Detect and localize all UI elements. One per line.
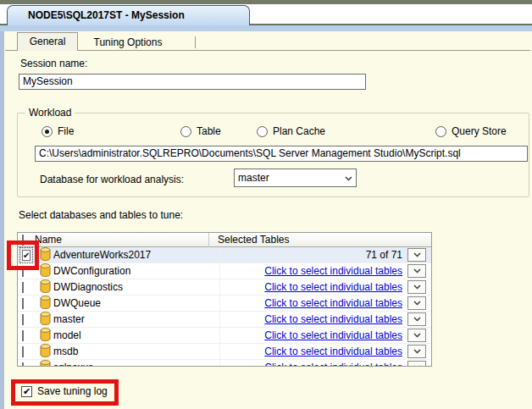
chevron-down-icon [413, 285, 421, 290]
row-dropdown-button[interactable] [407, 280, 426, 294]
selected-tables-value[interactable]: Click to select individual tables [264, 297, 402, 309]
tuning-advisor-window: NODE5\SQL2017ST - MySession General Tuni… [0, 0, 532, 409]
radio-plan-cache[interactable]: Plan Cache [257, 125, 325, 137]
select-databases-label: Select databases and tables to tune: [19, 209, 183, 221]
selected-tables-value[interactable]: Click to select individual tables [264, 313, 402, 325]
session-name-label: Session name: [20, 58, 87, 69]
row-checkbox[interactable] [22, 362, 24, 367]
row-dropdown-button[interactable] [407, 329, 426, 342]
table-row[interactable]: sqlnexus Click to select individual tabl… [18, 360, 431, 367]
radio-query-store-label: Query Store [452, 125, 507, 137]
database-name: master [53, 313, 219, 325]
row-dropdown-button[interactable] [407, 345, 426, 358]
session-name-input[interactable]: MySession [19, 74, 366, 90]
selected-tables-value[interactable]: Click to select individual tables [264, 345, 402, 357]
chevron-down-icon [413, 301, 421, 306]
row-checkbox[interactable] [22, 346, 24, 357]
databases-table-header: Name Selected Tables [18, 233, 431, 247]
row-dropdown-button[interactable] [407, 312, 426, 326]
databases-table: Name Selected Tables ✔ AdventureWorks201… [17, 232, 432, 367]
table-row[interactable]: DWConfiguration Click to select individu… [18, 263, 431, 279]
database-cylinder-icon [35, 360, 53, 368]
workload-file-path-input[interactable]: C:\Users\administrator.SQLREPRO\Document… [35, 146, 528, 162]
save-tuning-log-label: Save tuning log [37, 385, 108, 397]
database-name: model [53, 329, 219, 341]
radio-query-store-circle [435, 126, 446, 137]
row-checkbox[interactable] [22, 266, 24, 277]
db-table-rows: ✔ AdventureWorks2017 71 of 71 DWConfigur… [18, 247, 431, 367]
radio-query-store[interactable]: Query Store [435, 125, 507, 137]
database-for-analysis-combobox[interactable]: master [234, 169, 357, 187]
selected-tables-value[interactable]: Click to select individual tables [264, 281, 402, 293]
database-cylinder-icon [35, 296, 53, 312]
radio-table-label: Table [197, 125, 221, 137]
database-cylinder-icon [35, 344, 53, 360]
radio-table[interactable]: Table [180, 125, 221, 137]
radio-plan-cache-label: Plan Cache [273, 125, 325, 137]
session-tab[interactable]: NODE5\SQL2017ST - MySession [7, 5, 250, 25]
table-row[interactable]: DWQueue Click to select individual table… [18, 296, 431, 312]
radio-plan-cache-circle [257, 126, 268, 137]
database-cylinder-icon [35, 247, 53, 263]
database-name: DWQueue [53, 297, 219, 309]
select-all-checkbox[interactable] [22, 235, 24, 246]
tab-accent-band [0, 25, 532, 31]
database-cylinder-icon [35, 279, 53, 296]
radio-file-circle [42, 126, 53, 137]
database-name: DWDiagnostics [53, 281, 219, 293]
selected-tables-value[interactable]: Click to select individual tables [264, 265, 402, 277]
column-header-selected-tables[interactable]: Selected Tables [208, 233, 429, 247]
save-tuning-log-checkbox[interactable]: ✔ [21, 386, 32, 397]
row-checkbox[interactable] [22, 314, 24, 325]
chevron-down-icon [413, 252, 421, 257]
database-combobox-value: master [235, 172, 341, 184]
row-dropdown-button[interactable] [407, 361, 426, 367]
selected-tables-value[interactable]: Click to select individual tables [264, 362, 402, 367]
table-row[interactable]: ✔ AdventureWorks2017 71 of 71 [18, 247, 431, 263]
row-dropdown-button[interactable] [407, 296, 426, 310]
tab-general[interactable]: General [17, 32, 78, 51]
workload-groupbox: Workload File Table Plan Cache Query Sto… [17, 113, 529, 197]
chevron-down-icon[interactable] [341, 172, 356, 184]
workload-group-label: Workload [25, 107, 75, 119]
table-row[interactable]: model Click to select individual tables [18, 328, 431, 344]
session-tab-bar: NODE5\SQL2017ST - MySession [0, 4, 532, 25]
database-for-analysis-label: Database for workload analysis: [40, 174, 184, 185]
row-dropdown-button[interactable] [407, 264, 426, 278]
tab-tuning-options[interactable]: Tuning Options [78, 35, 178, 50]
database-name: AdventureWorks2017 [53, 249, 219, 261]
session-tab-title: NODE5\SQL2017ST - MySession [28, 9, 185, 21]
chevron-down-icon [413, 268, 421, 274]
radio-file-label: File [58, 125, 74, 137]
radio-table-circle [180, 126, 191, 137]
column-header-name[interactable]: Name [35, 234, 208, 246]
general-tab-page: General Tuning Options Session name: MyS… [0, 31, 532, 409]
chevron-down-icon [413, 333, 421, 338]
database-name: msdb [53, 345, 219, 357]
database-name: DWConfiguration [53, 265, 219, 277]
window-left-edge [0, 31, 4, 409]
radio-file[interactable]: File [42, 125, 74, 137]
chevron-down-icon [413, 365, 421, 367]
selected-tables-value[interactable]: Click to select individual tables [264, 329, 402, 341]
row-checkbox[interactable] [22, 282, 24, 293]
tabstrip-baseline [5, 50, 530, 51]
tabstrip-separator [195, 36, 196, 48]
chevron-down-icon [413, 349, 421, 354]
save-tuning-log-option[interactable]: ✔ Save tuning log [21, 385, 108, 397]
chevron-down-icon [413, 317, 421, 322]
table-row[interactable]: master Click to select individual tables [18, 312, 431, 328]
database-cylinder-icon [35, 328, 53, 344]
table-row[interactable]: DWDiagnostics Click to select individual… [18, 279, 431, 296]
database-name: sqlnexus [53, 362, 219, 367]
row-checkbox[interactable] [22, 330, 24, 341]
row-checkbox[interactable]: ✔ [22, 250, 30, 261]
table-row[interactable]: msdb Click to select individual tables [18, 344, 431, 360]
row-dropdown-button[interactable] [407, 248, 426, 262]
selected-tables-value[interactable]: 71 of 71 [366, 249, 402, 261]
database-cylinder-icon [35, 263, 53, 279]
database-cylinder-icon [35, 312, 53, 328]
row-checkbox[interactable] [22, 298, 24, 309]
